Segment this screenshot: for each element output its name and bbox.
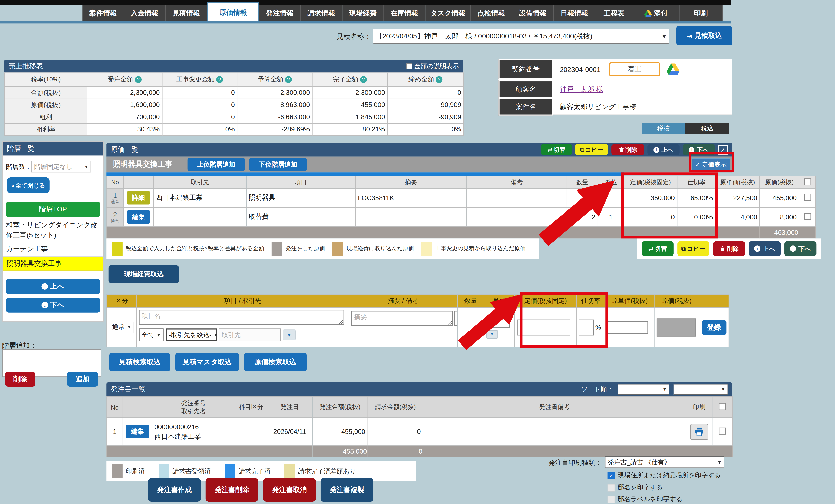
note-cell bbox=[467, 188, 567, 207]
up-circle-icon: ↑ bbox=[754, 245, 761, 252]
form-note-input[interactable] bbox=[454, 311, 457, 326]
hierarchy-delete-button[interactable]: 削除 bbox=[5, 372, 35, 387]
down-button[interactable]: ↓下へ bbox=[683, 144, 714, 155]
tab-tempu[interactable]: 添付 bbox=[633, 5, 679, 21]
sales-col-header: 締め金額? bbox=[387, 73, 464, 86]
hierarchy-add-button[interactable]: 追加 bbox=[67, 372, 98, 387]
add-lower-level-button[interactable]: 下位階層追加 bbox=[249, 158, 307, 171]
estimate-search-import-button[interactable]: 見積検索取込 bbox=[109, 353, 170, 371]
down-button[interactable]: ↓下へ bbox=[785, 241, 816, 256]
form-type-select[interactable]: 通常▼ bbox=[109, 321, 134, 333]
tab-zaiko[interactable]: 在庫情報 bbox=[384, 5, 425, 21]
sort-select[interactable]: 取引先▼ bbox=[618, 384, 669, 395]
tab-nyukin[interactable]: 入金情報 bbox=[124, 5, 166, 21]
tab-koutei[interactable]: 工程表 bbox=[595, 5, 633, 21]
sales-table: 税率(10%) 受注金額? 工事変更金額? 予算金額? 完了金額? 締め金額? … bbox=[4, 72, 464, 136]
up-button[interactable]: ↑上へ bbox=[648, 144, 679, 155]
tab-genka-active[interactable]: 原価情報 bbox=[207, 2, 260, 22]
form-qty-input[interactable] bbox=[460, 321, 480, 333]
print-option-house-name[interactable]: 邸名を印字する bbox=[608, 483, 663, 492]
edit-button[interactable]: 編集 bbox=[127, 210, 150, 224]
form-filter-all-select[interactable]: 全て▼ bbox=[139, 328, 164, 341]
tax-included-button[interactable]: 税込 bbox=[685, 123, 729, 134]
hierarchy-down-button[interactable]: ↓下へ bbox=[6, 298, 100, 313]
form-unit-input[interactable] bbox=[486, 316, 510, 328]
switch-button[interactable]: ⇄切替 bbox=[541, 144, 572, 155]
tab-hacchu[interactable]: 発注情報 bbox=[260, 5, 301, 21]
delete-button[interactable]: 削除 bbox=[611, 144, 645, 155]
estimate-select[interactable]: 【2023/04/05】神戸 太郎 様 / 0000000018-03 / ￥1… bbox=[373, 29, 669, 44]
copy-button[interactable]: ⧉コピー bbox=[575, 144, 608, 155]
tab-seikyu[interactable]: 請求情報 bbox=[301, 5, 342, 21]
row-checkbox[interactable] bbox=[804, 194, 811, 201]
delete-button[interactable]: 削除 bbox=[713, 241, 745, 256]
unchecked-checkbox-icon[interactable] bbox=[608, 484, 615, 491]
form-item-input[interactable] bbox=[139, 310, 344, 325]
print-option-site-address[interactable]: ✓ 現場住所または納品場所を印字する bbox=[608, 471, 721, 480]
tab-setsubi[interactable]: 設備情報 bbox=[512, 5, 554, 21]
po-cancel-button[interactable]: 発注書取消 bbox=[263, 478, 316, 502]
amount-explain-checkbox[interactable] bbox=[406, 63, 412, 69]
top-strip bbox=[0, 0, 731, 5]
fixed-price-toggle-button[interactable]: ✓定価表示 bbox=[692, 158, 730, 171]
tab-nippo[interactable]: 日報情報 bbox=[554, 5, 595, 21]
tab-mitsumori[interactable]: 見積情報 bbox=[166, 5, 207, 21]
print-option-house-label[interactable]: 邸名ラベルを印字する bbox=[608, 495, 683, 504]
form-rate-input[interactable] bbox=[579, 319, 594, 335]
detail-button[interactable]: 詳細 bbox=[127, 191, 150, 205]
po-print-type-select[interactable]: 発注書_請書 《仕有》▼ bbox=[605, 456, 724, 468]
customer-link[interactable]: 神戸 太郎 様 bbox=[560, 84, 603, 94]
copy-button[interactable]: ⧉コピー bbox=[677, 241, 709, 256]
po-select-all-checkbox[interactable] bbox=[719, 403, 726, 410]
po-duplicate-button[interactable]: 発注書複製 bbox=[321, 478, 373, 502]
chevron-down-icon: ▼ bbox=[661, 33, 667, 39]
checked-checkbox-icon[interactable]: ✓ bbox=[608, 471, 615, 479]
po-create-button[interactable]: 発注書作成 bbox=[148, 478, 201, 502]
form-vendor-input[interactable] bbox=[219, 328, 281, 341]
row-checkbox[interactable] bbox=[804, 213, 811, 220]
hierarchy-item[interactable]: 和室・リビングダイニング改修工事(5セット) bbox=[3, 218, 103, 242]
cost-search-import-button[interactable]: 原価検索取込 bbox=[244, 353, 307, 371]
tab-genba-keihi[interactable]: 現場経費 bbox=[342, 5, 384, 21]
form-unit-cost-input[interactable] bbox=[608, 321, 648, 334]
tab-task[interactable]: タスク情報 bbox=[425, 5, 471, 21]
hierarchy-level-select[interactable]: 階層固定なし▼ bbox=[32, 161, 91, 173]
select-all-checkbox[interactable] bbox=[804, 178, 811, 185]
vendor-dropdown-button[interactable]: ▼ bbox=[283, 330, 296, 340]
estimate-import-button[interactable]: ⇥ 見積取込 bbox=[676, 26, 732, 45]
order-select[interactable]: 降順▼ bbox=[674, 384, 728, 395]
switch-button[interactable]: ⇄切替 bbox=[642, 241, 674, 256]
collapse-all-button[interactable]: « 全て閉じる bbox=[7, 177, 49, 194]
col-action bbox=[123, 176, 154, 188]
status-button[interactable]: 着工 bbox=[609, 62, 660, 76]
tab-tenken[interactable]: 点検情報 bbox=[471, 5, 512, 21]
tab-insatsu[interactable]: 印刷 bbox=[679, 5, 722, 21]
hierarchy-panel: 階層一覧 階層数： 階層固定なし▼ « 全て閉じる 階層TOP 和室・リビングダ… bbox=[2, 141, 104, 322]
site-expense-import-button[interactable]: 現場経費取込 bbox=[109, 265, 179, 283]
po-row-checkbox[interactable] bbox=[719, 427, 726, 434]
po-col-date: 発注日 bbox=[267, 396, 312, 418]
add-upper-level-button[interactable]: 上位階層追加 bbox=[187, 158, 245, 171]
selected-row-strip bbox=[106, 173, 624, 176]
tax-excluded-button[interactable]: 税抜 bbox=[642, 123, 686, 134]
form-summary-input[interactable] bbox=[351, 311, 453, 326]
form-list-price-input[interactable] bbox=[517, 319, 570, 335]
estimate-master-import-button[interactable]: 見積マスタ取込 bbox=[175, 353, 239, 371]
po-delete-button[interactable]: 発注書削除 bbox=[206, 478, 258, 502]
up-button[interactable]: ↑上へ bbox=[749, 241, 780, 256]
tab-anken[interactable]: 案件情報 bbox=[82, 5, 124, 21]
printer-icon bbox=[694, 427, 704, 436]
hierarchy-item[interactable]: カーテン工事 bbox=[3, 242, 103, 257]
hierarchy-top-button[interactable]: 階層TOP bbox=[6, 202, 100, 217]
form-vendor-filter-select[interactable]: -取引先を絞込-▼ bbox=[166, 328, 217, 341]
google-drive-icon[interactable] bbox=[667, 63, 679, 75]
po-edit-button[interactable]: 編集 bbox=[126, 425, 149, 438]
unit-dropdown-button[interactable]: ▼ bbox=[486, 330, 498, 339]
external-link-icon[interactable]: ↗ bbox=[718, 145, 728, 155]
po-col-print: 印刷 bbox=[686, 396, 712, 418]
print-button[interactable] bbox=[690, 424, 708, 440]
unchecked-checkbox-icon[interactable] bbox=[608, 496, 615, 503]
form-submit-button[interactable]: 登録 bbox=[701, 320, 726, 335]
hierarchy-up-button[interactable]: ↑上へ bbox=[6, 279, 100, 294]
hierarchy-item-selected[interactable]: 照明器具交換工事 bbox=[3, 257, 103, 270]
